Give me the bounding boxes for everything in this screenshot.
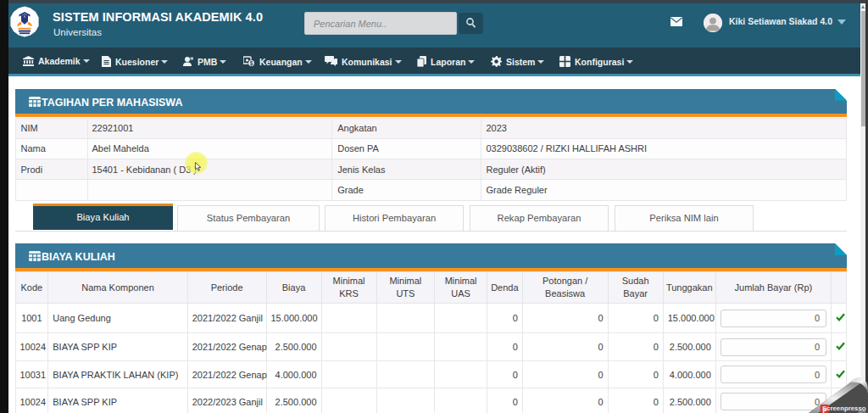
svg-text:.com: .com [857,410,865,413]
svg-text:$: $ [250,60,253,67]
